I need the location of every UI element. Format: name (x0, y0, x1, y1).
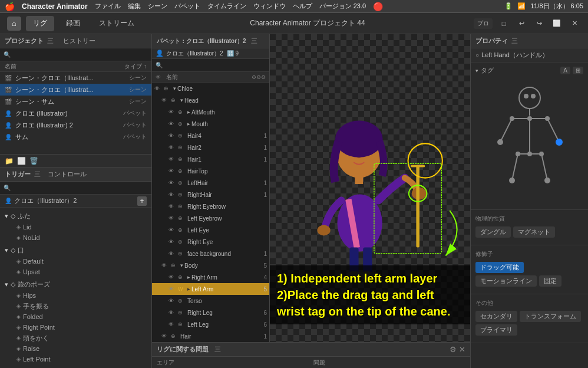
home-button[interactable]: ⌂ (7, 17, 21, 31)
project-bottom-icon2[interactable]: ⬜ (17, 157, 26, 165)
layer-item[interactable]: 👁 ⊕ ▸ AltMouth (152, 106, 269, 118)
layer-item-left-arm[interactable]: 👁 W ▸ Left Arm 5 (152, 283, 269, 295)
layer-item[interactable]: 👁 ⊕ Right Eyebrow (152, 201, 269, 212)
project-item[interactable]: 🎬 シーン・サム シーン (0, 96, 151, 107)
project-bottom-icon1[interactable]: 📁 (5, 157, 14, 165)
layer-item[interactable]: 👁 ⊕ Hair1 1 (152, 153, 269, 165)
project-search-input[interactable] (11, 51, 148, 58)
project-search: 🔍 (0, 48, 151, 61)
trigger-group-pose: ▾ ◇ 旅のポーズ ◈ Hips ◈ 手を振る ◈ Folded (0, 278, 151, 364)
trigger-group-header[interactable]: ▾ ◇ 旅のポーズ (0, 278, 151, 290)
trigger-item[interactable]: ◈ Lid (0, 222, 151, 232)
layer-item[interactable]: 👁 ⊕ ▸ Right Arm 4 (152, 271, 269, 283)
toolbar-icon-share[interactable]: ⬜ (550, 17, 563, 30)
rig-problem-menu-icon[interactable]: 三 (214, 345, 221, 354)
layer-item[interactable]: 👁 ⊕ Hair 1 (152, 330, 269, 342)
trigger-item[interactable]: ◈ Left Point (0, 354, 151, 364)
trigger-group-header[interactable]: ▾ ◇ ふた (0, 210, 151, 222)
trigger-item[interactable]: ◈ NoLid (0, 232, 151, 243)
trigger-item[interactable]: ◈ Default (0, 256, 151, 267)
tag-a-button[interactable]: A (560, 67, 570, 74)
trigger-item[interactable]: ◈ Right Point (0, 322, 151, 333)
rig-problem-close[interactable]: ✕ (459, 345, 465, 354)
layer-item[interactable]: 👁 ⊕ RightHair 1 (152, 189, 269, 201)
layer-item[interactable]: 👁 ⊕ Left Eyebrow (152, 212, 269, 224)
layer-name: AltMouth (191, 109, 267, 116)
trigger-group-icon: ◇ (11, 212, 15, 220)
tag-draggable[interactable]: ドラッグ可能 (475, 262, 524, 273)
bone-icon: ⊕ (178, 203, 186, 209)
toolbar-icon-square[interactable]: □ (497, 17, 510, 30)
tag-motion-line[interactable]: モーションライン (475, 275, 537, 287)
layer-item[interactable]: 👁 ⊕ Left Leg 6 (152, 318, 269, 330)
layer-item[interactable]: 👁 ⊕ ▾ Chloe (152, 83, 269, 94)
puppet-panel-menu-icon[interactable]: 三 (251, 37, 257, 45)
menu-help[interactable]: ヘルプ (293, 2, 312, 11)
trigger-item[interactable]: ◈ Raise (0, 343, 151, 354)
trigger-item[interactable]: ◈ 頭をかく (0, 333, 151, 343)
trigger-item[interactable]: ◈ 手を振る (0, 301, 151, 311)
layer-item[interactable]: 👁 ⊕ ▸ Mouth (152, 118, 269, 130)
layer-item[interactable]: 👁 ⊕ Hair2 1 (152, 142, 269, 153)
tag-primary[interactable]: プライマリ (475, 324, 517, 336)
layer-item[interactable]: 👁 ⊕ Right Leg 6 (152, 307, 269, 318)
tab-history[interactable]: ヒストリー (60, 37, 99, 45)
trigger-item[interactable]: ◈ Hips (0, 290, 151, 301)
trigger-add-button[interactable]: + (137, 196, 147, 206)
layer-item[interactable]: 👁 ⊕ face background 1 (152, 248, 269, 259)
trigger-item[interactable]: ◈ Folded (0, 311, 151, 322)
menu-timeline[interactable]: タイムライン (207, 2, 246, 11)
project-item[interactable]: 👤 クロエ (Illustrator) 2 パペット (0, 119, 151, 131)
apple-menu[interactable]: 🍎 (5, 2, 15, 11)
layer-num: 1 (257, 144, 267, 151)
trigger-panel-menu-icon[interactable]: 三 (34, 170, 41, 179)
menu-window[interactable]: ウィンドウ (253, 2, 286, 11)
menu-puppet[interactable]: パペット (174, 2, 200, 11)
project-item[interactable]: 👤 サム パペット (0, 131, 151, 143)
layer-item[interactable]: 👁 ⊕ ▾ Head (152, 94, 269, 106)
toolbar-icon-close[interactable]: ✕ (568, 17, 581, 30)
project-item[interactable]: 👤 クロエ (Illustrator) パペット (0, 107, 151, 119)
physical-tags-row: ダングル マグネット (475, 226, 583, 238)
tab-control[interactable]: コントロール (44, 170, 90, 179)
layer-item[interactable]: 👁 ⊕ ▾ Body 5 (152, 259, 269, 271)
puppet-search-input[interactable] (163, 62, 266, 69)
tab-stream[interactable]: ストリーム (92, 16, 141, 31)
tags-header: ▾ タグ A ⊞ (475, 66, 583, 75)
annotation-overlay: 1) Independent left arm layer 2)Place th… (270, 265, 470, 324)
layer-item[interactable]: 👁 ⊕ Right Eye (152, 236, 269, 248)
project-bottom-icon3[interactable]: 🗑️ (29, 157, 38, 165)
tag-dangle[interactable]: ダングル (475, 226, 511, 238)
layer-item[interactable]: 👁 ⊕ LeftHair 1 (152, 177, 269, 189)
search-icon: 🔍 (156, 62, 163, 68)
svg-point-32 (531, 94, 536, 98)
project-item[interactable]: 🎬 シーン・クロエ（Illustrat... シーン (0, 72, 151, 84)
toolbar-icon-redo[interactable]: ↪ (533, 17, 546, 30)
menu-file[interactable]: ファイル (95, 2, 121, 11)
tab-rig[interactable]: リグ (26, 16, 54, 31)
annotation-line2: 2)Place the drag tag and left wrist tag … (277, 287, 463, 320)
tag-secondary[interactable]: セカンダリ (475, 311, 517, 322)
bone-icon: ⊕ (178, 109, 186, 115)
tab-record[interactable]: 録画 (59, 16, 87, 31)
toolbar-icon-undo[interactable]: ↩ (515, 17, 528, 30)
trigger-group-header[interactable]: ▾ ◇ 口 (0, 244, 151, 256)
tag-transform[interactable]: トランスフォーム (520, 311, 581, 322)
rig-problem-icon1[interactable]: ⚙ (450, 345, 457, 354)
menu-edit[interactable]: 編集 (128, 2, 141, 11)
tag-fixed[interactable]: 固定 (539, 275, 561, 287)
layer-item[interactable]: 👁 ⊕ Torso (152, 295, 269, 307)
tag-magnet[interactable]: マグネット (513, 226, 555, 238)
layer-name: Left Eyebrow (187, 215, 267, 222)
bone-icon: ⊕ (178, 321, 186, 327)
menu-scene[interactable]: シーン (148, 2, 167, 11)
project-item[interactable]: 🎬 シーン・クロエ（Illustrat... シーン (0, 84, 151, 96)
trigger-item[interactable]: ◈ Upset (0, 267, 151, 277)
right-panel-menu-icon[interactable]: 三 (511, 37, 518, 45)
layer-item[interactable]: 👁 ⊕ Left Eye (152, 224, 269, 236)
project-panel-menu-icon[interactable]: 三 (47, 37, 54, 45)
trigger-search-input[interactable] (11, 185, 148, 192)
tag-expand-icon[interactable]: ⊞ (573, 67, 583, 74)
layer-item[interactable]: 👁 ⊕ Hair4 1 (152, 130, 269, 142)
layer-item[interactable]: 👁 ⊕ HairTop (152, 165, 269, 177)
